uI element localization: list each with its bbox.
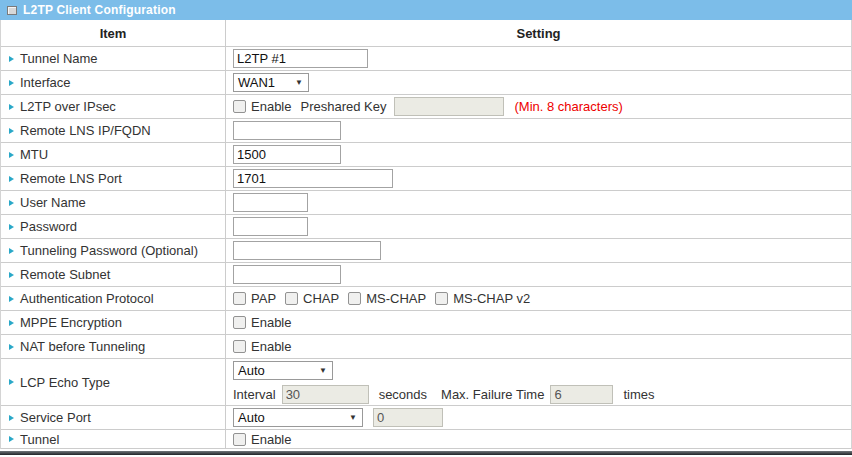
arrow-bullet-icon [9,224,14,230]
table-row: Tunneling Password (Optional) [1,239,851,263]
table-row: MPPE Encryption Enable [1,311,851,335]
tunneling-password-input[interactable] [233,241,381,260]
preshared-key-label: Preshared Key [300,99,386,114]
nat-enable-checkbox[interactable] [233,340,246,353]
item-column-header: Item [100,26,127,41]
arrow-bullet-icon [9,80,14,86]
collapse-icon[interactable] [7,6,17,15]
section-title-bar: L2TP Client Configuration [0,0,852,20]
table-row: Service Port Auto ▼ [1,406,851,430]
mtu-label: MTU [20,147,48,162]
ms-chap-v2-checkbox[interactable] [435,292,448,305]
interval-label: Interval [233,387,276,402]
arrow-bullet-icon [9,415,14,421]
remote-subnet-label: Remote Subnet [20,267,110,282]
interface-label: Interface [20,75,71,90]
config-table: Item Setting Tunnel Name Interface WAN [0,20,852,449]
arrow-bullet-icon [9,248,14,254]
tunnel-name-label: Tunnel Name [20,51,98,66]
chevron-down-icon: ▼ [349,413,357,422]
ipsec-enable-checkbox[interactable] [233,100,246,113]
table-row: Remote Subnet [1,263,851,287]
arrow-bullet-icon [9,56,14,62]
arrow-bullet-icon [9,128,14,134]
tunnel-label: Tunnel [20,432,59,447]
mppe-enable-checkbox[interactable] [233,316,246,329]
password-label: Password [20,219,77,234]
table-row: User Name [1,191,851,215]
nat-before-tunneling-label: NAT before Tunneling [20,339,145,354]
remote-lns-ip-label: Remote LNS IP/FQDN [20,123,151,138]
mtu-input[interactable] [233,145,341,164]
table-row: Tunnel Name [1,47,851,71]
pap-label: PAP [251,291,276,306]
preshared-key-hint: (Min. 8 characters) [514,99,622,114]
table-row: Authentication Protocol PAP CHAP MS-CHAP… [1,287,851,311]
pap-checkbox[interactable] [233,292,246,305]
chevron-down-icon: ▼ [319,366,327,375]
arrow-bullet-icon [9,272,14,278]
chap-checkbox[interactable] [285,292,298,305]
arrow-bullet-icon [9,436,14,442]
mppe-enable-label: Enable [251,315,291,330]
l2tp-client-configuration-panel: L2TP Client Configuration Item Setting T… [0,0,852,457]
max-failure-time-input[interactable] [550,385,613,404]
tunnel-enable-label: Enable [251,432,291,447]
service-port-label: Service Port [20,410,91,425]
chap-label: CHAP [303,291,339,306]
arrow-bullet-icon [9,320,14,326]
chevron-down-icon: ▼ [295,78,303,87]
next-section-header-edge [0,451,852,455]
arrow-bullet-icon [9,379,14,385]
password-input[interactable] [233,217,308,236]
tunnel-enable-checkbox[interactable] [233,433,246,446]
preshared-key-input[interactable] [394,97,504,116]
lcp-selected-value: Auto [238,363,265,378]
table-row: Interface WAN1 ▼ [1,71,851,95]
remote-lns-port-label: Remote LNS Port [20,171,122,186]
seconds-label: seconds [379,387,427,402]
ms-chap-label: MS-CHAP [366,291,426,306]
table-header-row: Item Setting [1,20,851,47]
arrow-bullet-icon [9,200,14,206]
arrow-bullet-icon [9,104,14,110]
service-port-select[interactable]: Auto ▼ [233,408,363,427]
table-row: L2TP over IPsec Enable Preshared Key (Mi… [1,95,851,119]
table-row: MTU [1,143,851,167]
ipsec-enable-label: Enable [251,99,291,114]
tunneling-password-label: Tunneling Password (Optional) [20,243,198,258]
section-title: L2TP Client Configuration [23,3,176,17]
max-failure-time-label: Max. Failure Time [441,387,544,402]
arrow-bullet-icon [9,344,14,350]
mppe-encryption-label: MPPE Encryption [20,315,122,330]
remote-lns-ip-input[interactable] [233,121,341,140]
auth-protocol-label: Authentication Protocol [20,291,154,306]
times-label: times [623,387,654,402]
nat-enable-label: Enable [251,339,291,354]
table-row: LCP Echo Type Auto ▼ Interval seconds Ma… [1,359,851,406]
table-row: NAT before Tunneling Enable [1,335,851,359]
arrow-bullet-icon [9,296,14,302]
lcp-echo-type-select[interactable]: Auto ▼ [233,361,333,380]
table-row: Tunnel Enable [1,430,851,449]
ms-chap-checkbox[interactable] [348,292,361,305]
table-row: Remote LNS IP/FQDN [1,119,851,143]
table-row: Remote LNS Port [1,167,851,191]
service-port-input[interactable] [373,408,443,427]
interface-selected-value: WAN1 [238,75,275,90]
tunnel-name-input[interactable] [233,49,368,68]
remote-subnet-input[interactable] [233,265,341,284]
remote-lns-port-input[interactable] [233,169,393,188]
setting-column-header: Setting [516,26,560,41]
l2tp-over-ipsec-label: L2TP over IPsec [20,99,116,114]
user-name-label: User Name [20,195,86,210]
service-port-selected-value: Auto [238,410,265,425]
interval-input[interactable] [282,385,369,404]
arrow-bullet-icon [9,176,14,182]
arrow-bullet-icon [9,152,14,158]
ms-chap-v2-label: MS-CHAP v2 [453,291,530,306]
user-name-input[interactable] [233,193,308,212]
lcp-echo-type-label: LCP Echo Type [20,375,110,390]
table-row: Password [1,215,851,239]
interface-select[interactable]: WAN1 ▼ [233,73,309,92]
